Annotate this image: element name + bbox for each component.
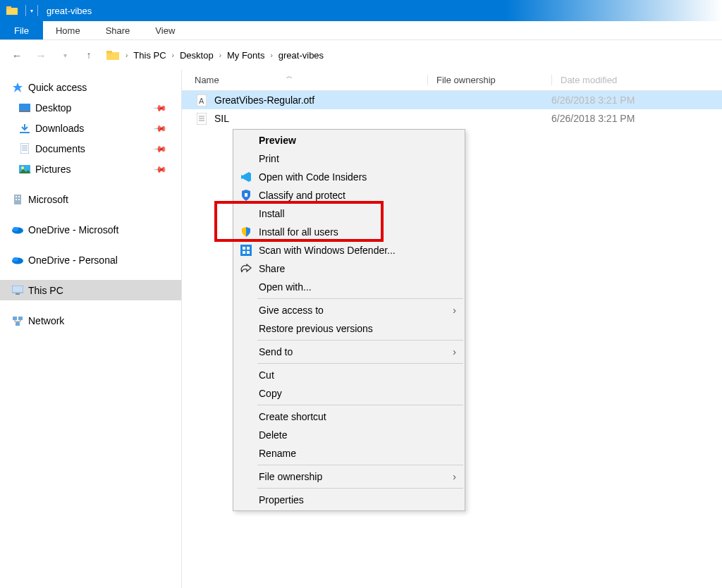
chevron-right-icon[interactable]: › [216, 51, 224, 59]
sidebar-label: Documents [35, 143, 85, 154]
context-menu-item[interactable]: Give access to› [233, 301, 465, 319]
chevron-right-icon[interactable]: › [169, 51, 177, 59]
context-menu-item[interactable]: Copy [233, 384, 465, 403]
share-icon [239, 262, 253, 276]
context-menu-separator [257, 488, 463, 489]
svg-point-21 [13, 227, 18, 231]
context-menu-item[interactable]: Open with... [233, 278, 465, 296]
sidebar-item-pictures[interactable]: Pictures 📌 [0, 159, 181, 179]
context-menu-item[interactable]: Restore previous versions [233, 319, 465, 338]
context-menu-item[interactable]: File ownership› [233, 467, 465, 486]
svg-text:A: A [199, 97, 204, 105]
context-menu-item[interactable]: Open with Code Insiders [233, 168, 465, 186]
back-button[interactable]: ← [7, 45, 27, 65]
svg-rect-16 [16, 196, 17, 197]
svg-rect-41 [247, 251, 250, 254]
quick-access-toolbar-dropdown[interactable]: ▾ [30, 8, 33, 14]
titlebar-separator [25, 5, 26, 16]
sidebar-item-onedrive-personal[interactable]: OneDrive - Personal [0, 250, 181, 270]
svg-rect-19 [18, 199, 20, 200]
breadcrumb-segment[interactable]: My Fonts [227, 50, 264, 61]
context-menu-item[interactable]: Install for all users [233, 223, 465, 241]
context-menu-item[interactable]: Scan with Windows Defender... [233, 241, 465, 259]
context-menu-item[interactable]: Create shortcut [233, 408, 465, 426]
up-button[interactable]: ↑ [79, 45, 99, 65]
pin-icon: 📌 [153, 100, 168, 115]
breadcrumb-segment[interactable]: This PC [133, 50, 166, 61]
svg-rect-39 [247, 247, 250, 250]
svg-rect-17 [18, 196, 20, 197]
vscode-icon [239, 170, 253, 184]
context-menu-item[interactable]: Send to› [233, 343, 465, 361]
svg-point-13 [21, 166, 24, 169]
sidebar-label: Desktop [35, 102, 71, 114]
sidebar-item-onedrive-microsoft[interactable]: OneDrive - Microsoft [0, 219, 181, 240]
context-menu: PreviewPrintOpen with Code InsidersClass… [233, 129, 465, 511]
context-menu-item[interactable]: Preview [233, 131, 465, 149]
context-menu-item[interactable]: Properties [233, 491, 465, 509]
ribbon-tab-share[interactable]: Share [93, 21, 143, 39]
chevron-right-icon[interactable]: › [267, 51, 275, 59]
context-menu-item[interactable]: Print [233, 149, 465, 168]
file-row[interactable]: AGreatVibes-Regular.otf6/26/2018 3:21 PM [182, 91, 722, 109]
svg-rect-24 [12, 286, 23, 293]
context-menu-item[interactable]: Share [233, 259, 465, 278]
svg-point-23 [13, 257, 18, 262]
star-icon [11, 81, 24, 94]
sidebar-item-this-pc[interactable]: This PC [0, 280, 181, 300]
svg-rect-26 [13, 317, 17, 320]
sidebar-label: Downloads [35, 123, 84, 134]
onedrive-icon [11, 254, 24, 267]
chevron-right-icon[interactable]: › [123, 51, 130, 59]
svg-rect-27 [18, 317, 23, 320]
context-menu-item[interactable]: Delete [233, 426, 465, 444]
context-menu-separator [257, 363, 463, 364]
column-headers: Name ︿ File ownership Date modified [182, 70, 722, 91]
svg-rect-25 [16, 293, 20, 295]
ribbon-file-tab[interactable]: File [0, 21, 43, 39]
sidebar-item-network[interactable]: Network [0, 310, 181, 331]
titlebar-separator [37, 5, 38, 16]
svg-rect-36 [245, 193, 247, 197]
breadcrumb-segment[interactable]: great-vibes [279, 50, 324, 61]
column-header-ownership[interactable]: File ownership [427, 75, 551, 85]
context-menu-label: Open with... [259, 281, 312, 293]
context-menu-item[interactable]: Rename [233, 444, 465, 463]
ribbon-tabs: File Home Share View [0, 21, 722, 40]
sidebar-label: OneDrive - Microsoft [28, 224, 118, 235]
column-header-modified[interactable]: Date modified [551, 75, 722, 85]
context-menu-separator [257, 298, 463, 299]
breadcrumb-segment[interactable]: Desktop [180, 50, 214, 61]
context-menu-label: Send to [259, 346, 293, 357]
shield-icon [239, 225, 253, 239]
sidebar-item-microsoft[interactable]: Microsoft [0, 189, 181, 209]
sidebar-item-desktop[interactable]: Desktop 📌 [0, 97, 181, 118]
svg-marker-35 [241, 172, 251, 182]
context-menu-label: Create shortcut [259, 411, 326, 422]
ribbon-tab-home[interactable]: Home [43, 21, 93, 39]
breadcrumb-bar[interactable]: › This PC › Desktop › My Fonts › great-v… [103, 45, 326, 65]
recent-locations-dropdown[interactable]: ▾ [55, 45, 75, 65]
sidebar-item-downloads[interactable]: Downloads 📌 [0, 118, 181, 138]
context-menu-label: Install for all users [259, 226, 338, 238]
context-menu-label: Give access to [259, 305, 324, 316]
sidebar-item-documents[interactable]: Documents 📌 [0, 138, 181, 159]
context-menu-separator [257, 405, 463, 405]
protect-icon [239, 188, 253, 202]
svg-rect-7 [20, 132, 30, 133]
chevron-right-icon: › [453, 346, 456, 357]
sidebar-quick-access[interactable]: Quick access [0, 77, 181, 97]
window-titlebar: ▾ great-vibes [0, 0, 722, 21]
forward-button[interactable]: → [31, 45, 51, 65]
context-menu-item[interactable]: Cut [233, 366, 465, 384]
column-header-name[interactable]: Name ︿ [195, 75, 427, 85]
context-menu-item[interactable]: Classify and protect [233, 186, 465, 204]
context-menu-item[interactable]: Install [233, 204, 465, 223]
chevron-right-icon: › [453, 471, 456, 482]
ribbon-tab-view[interactable]: View [142, 21, 188, 39]
file-date-modified: 6/26/2018 3:21 PM [551, 94, 722, 106]
context-menu-label: Install [259, 208, 285, 219]
file-row[interactable]: SIL6/26/2018 3:21 PM [182, 109, 722, 128]
svg-rect-28 [16, 322, 20, 326]
window-title: great-vibes [47, 6, 92, 16]
